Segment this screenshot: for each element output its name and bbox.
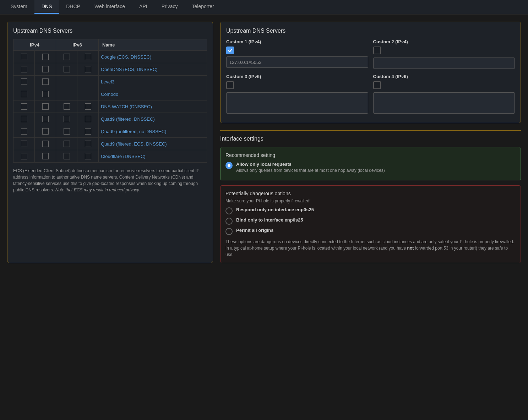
custom4-input[interactable] bbox=[373, 92, 515, 114]
left-panel-title: Upstream DNS Servers bbox=[13, 28, 207, 34]
table-cell bbox=[56, 51, 77, 63]
table-cell bbox=[77, 113, 99, 125]
custom4-label: Custom 4 (IPv6) bbox=[373, 74, 515, 79]
dns-checkbox[interactable] bbox=[21, 153, 27, 159]
tab-privacy[interactable]: Privacy bbox=[154, 0, 185, 14]
custom4-checkbox[interactable] bbox=[373, 81, 381, 89]
dns-checkbox[interactable] bbox=[42, 103, 49, 110]
custom3-input[interactable] bbox=[226, 92, 368, 114]
dangerous-box: Potentially dangerous options Make sure … bbox=[220, 185, 521, 263]
server-name-cell: OpenDNS (ECS, DNSSEC) bbox=[99, 63, 207, 76]
table-cell bbox=[13, 63, 35, 76]
respond-interface-label: Respond only on interface enp0s25 bbox=[236, 207, 314, 212]
table-cell bbox=[56, 76, 77, 88]
table-cell bbox=[35, 125, 56, 138]
table-cell bbox=[77, 63, 99, 76]
custom1-checkbox[interactable] bbox=[226, 47, 234, 54]
nav-bar: System DNS DHCP Web interface API Privac… bbox=[0, 0, 528, 15]
custom2-checkbox[interactable] bbox=[373, 47, 381, 54]
table-cell bbox=[77, 150, 99, 163]
tab-dns[interactable]: DNS bbox=[34, 0, 59, 14]
table-cell bbox=[13, 88, 35, 100]
bind-interface-radio[interactable] bbox=[225, 218, 233, 225]
table-cell bbox=[56, 125, 77, 138]
dns-checkbox[interactable] bbox=[42, 54, 49, 60]
dns-checkbox[interactable] bbox=[42, 128, 49, 135]
dns-checkbox[interactable] bbox=[42, 78, 49, 85]
dns-checkbox[interactable] bbox=[21, 141, 27, 147]
interface-settings-title: Interface settings bbox=[220, 130, 521, 142]
dns-checkbox[interactable] bbox=[85, 128, 91, 135]
dns-checkbox[interactable] bbox=[85, 66, 91, 72]
custom-dns-panel: Upstream DNS Servers Custom 1 (IPv4) Cus… bbox=[220, 22, 521, 123]
allow-local-label: Allow only local requests bbox=[236, 162, 385, 167]
dns-checkbox[interactable] bbox=[21, 91, 27, 97]
server-name-cell: Quad9 (unfiltered, no DNSSEC) bbox=[99, 125, 207, 138]
dns-checkbox[interactable] bbox=[85, 54, 91, 60]
table-cell bbox=[35, 100, 56, 113]
table-cell bbox=[77, 138, 99, 150]
dns-checkbox[interactable] bbox=[85, 116, 91, 122]
dns-checkbox[interactable] bbox=[64, 66, 70, 72]
tab-api[interactable]: API bbox=[132, 0, 154, 14]
dns-checkbox[interactable] bbox=[21, 116, 27, 122]
dns-checkbox[interactable] bbox=[64, 116, 70, 122]
table-cell bbox=[13, 150, 35, 163]
table-cell bbox=[56, 88, 77, 100]
dns-checkbox[interactable] bbox=[85, 141, 91, 147]
tab-system[interactable]: System bbox=[4, 0, 34, 14]
dns-checkbox[interactable] bbox=[85, 103, 91, 110]
custom3-label: Custom 3 (IPv6) bbox=[226, 74, 368, 79]
server-name-cell: Level3 bbox=[99, 76, 207, 88]
custom3-block: Custom 3 (IPv6) bbox=[226, 74, 368, 114]
dns-checkbox[interactable] bbox=[21, 66, 27, 72]
table-cell bbox=[77, 125, 99, 138]
dns-checkbox[interactable] bbox=[64, 153, 70, 159]
custom1-block: Custom 1 (IPv4) bbox=[226, 39, 368, 69]
allow-local-content: Allow only local requests Allows only qu… bbox=[236, 162, 385, 173]
tab-web-interface[interactable]: Web interface bbox=[87, 0, 132, 14]
table-cell bbox=[13, 125, 35, 138]
custom2-input[interactable] bbox=[373, 58, 515, 69]
server-name-cell: Google (ECS, DNSSEC) bbox=[99, 51, 207, 63]
tab-dhcp[interactable]: DHCP bbox=[59, 0, 87, 14]
respond-interface-radio[interactable] bbox=[225, 207, 233, 214]
server-name-cell: Comodo bbox=[99, 88, 207, 100]
allow-local-desc: Allows only queries from devices that ar… bbox=[236, 168, 385, 173]
table-cell bbox=[35, 113, 56, 125]
table-cell bbox=[35, 76, 56, 88]
table-cell bbox=[35, 51, 56, 63]
dns-checkbox[interactable] bbox=[85, 153, 91, 159]
dns-checkbox[interactable] bbox=[42, 116, 49, 122]
table-cell bbox=[13, 138, 35, 150]
dangerous-warning: Make sure your Pi-hole is properly firew… bbox=[225, 198, 516, 203]
allow-local-row: Allow only local requests Allows only qu… bbox=[225, 162, 516, 173]
tab-teleporter[interactable]: Teleporter bbox=[185, 0, 221, 14]
dns-checkbox[interactable] bbox=[21, 128, 27, 135]
dns-checkbox[interactable] bbox=[64, 128, 70, 135]
table-cell bbox=[35, 63, 56, 76]
custom1-label: Custom 1 (IPv4) bbox=[226, 39, 368, 44]
upstream-dns-table: IPv4 IPv6 Name Google (ECS, DNSSEC)OpenD… bbox=[13, 39, 207, 163]
interface-settings-section: Interface settings Recommended setting A… bbox=[220, 130, 521, 263]
dns-checkbox[interactable] bbox=[21, 78, 27, 85]
dns-checkbox[interactable] bbox=[21, 54, 27, 60]
permit-all-label: Permit all origins bbox=[236, 228, 273, 233]
table-cell bbox=[56, 63, 77, 76]
dns-checkbox[interactable] bbox=[42, 141, 49, 147]
dns-checkbox[interactable] bbox=[42, 66, 49, 72]
custom3-checkbox[interactable] bbox=[226, 81, 234, 89]
dns-checkbox[interactable] bbox=[64, 54, 70, 60]
dns-checkbox[interactable] bbox=[42, 153, 49, 159]
dns-checkbox[interactable] bbox=[21, 103, 27, 110]
table-cell bbox=[35, 150, 56, 163]
bind-interface-row: Bind only to interface enp0s25 bbox=[225, 217, 516, 225]
dns-checkbox[interactable] bbox=[64, 103, 70, 110]
dns-checkbox[interactable] bbox=[64, 141, 70, 147]
permit-all-radio[interactable] bbox=[225, 228, 233, 235]
custom1-input[interactable] bbox=[226, 56, 368, 68]
table-cell bbox=[13, 113, 35, 125]
dns-checkbox[interactable] bbox=[42, 91, 49, 97]
table-cell bbox=[56, 100, 77, 113]
allow-local-radio[interactable] bbox=[225, 162, 233, 169]
